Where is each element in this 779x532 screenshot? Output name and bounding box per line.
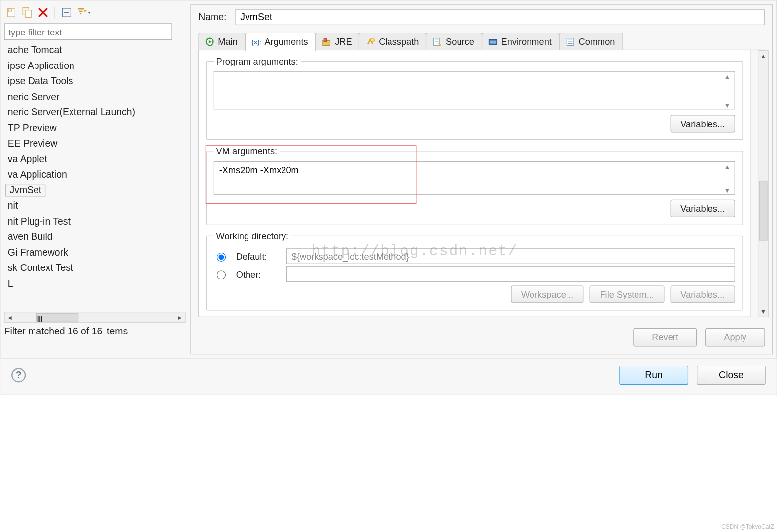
collapse-all-icon[interactable] xyxy=(61,7,72,18)
tree-item[interactable]: TP Preview xyxy=(5,122,186,135)
new-config-icon[interactable] xyxy=(6,7,17,18)
workspace-button[interactable]: Workspace... xyxy=(511,286,583,303)
tab-main[interactable]: Main xyxy=(198,33,245,50)
main-row: ache Tomcat ipse Application ipse Data T… xyxy=(0,0,776,358)
svg-text:(x)=: (x)= xyxy=(251,38,261,45)
filesystem-button[interactable]: File System... xyxy=(590,286,665,303)
tree-item[interactable]: ache Tomcat xyxy=(5,44,186,57)
tree-h-scrollbar[interactable]: ◄ Ⅲ ► xyxy=(4,312,186,323)
default-dir-input[interactable] xyxy=(286,248,735,264)
program-variables-button[interactable]: Variables... xyxy=(671,115,735,132)
apply-button[interactable]: Apply xyxy=(706,328,765,347)
vm-args-label: VM arguments: xyxy=(214,146,280,156)
tree-item-selected[interactable]: JvmSet xyxy=(5,184,46,197)
left-toolbar xyxy=(4,4,186,24)
tab-source[interactable]: Source xyxy=(426,33,482,50)
vm-variables-button[interactable]: Variables... xyxy=(671,200,735,217)
svg-rect-2 xyxy=(25,10,31,18)
environment-tab-icon xyxy=(488,37,497,46)
tab-environment[interactable]: Environment xyxy=(481,33,559,50)
working-dir-label: Working directory: xyxy=(214,231,291,241)
svg-point-9 xyxy=(371,38,375,41)
tree-item[interactable]: va Application xyxy=(5,168,186,181)
default-label: Default: xyxy=(236,251,278,262)
tree-item[interactable]: nit Plug-in Test xyxy=(5,215,186,228)
revert-apply-row: Revert Apply xyxy=(191,323,773,354)
main-tab-icon xyxy=(205,37,214,46)
tree-item[interactable]: ipse Application xyxy=(5,59,186,72)
program-args-group: Program arguments: ▲▼ Variables... xyxy=(206,56,743,140)
vm-args-textarea[interactable] xyxy=(214,161,735,195)
delete-config-icon[interactable] xyxy=(38,7,49,18)
filter-status: Filter matched 16 of 16 items xyxy=(4,326,186,337)
default-dir-row: Default: xyxy=(214,248,735,264)
source-tab-icon xyxy=(432,37,442,46)
wd-variables-button[interactable]: Variables... xyxy=(671,286,735,303)
config-tree[interactable]: ache Tomcat ipse Application ipse Data T… xyxy=(4,44,186,291)
tab-label: Source xyxy=(446,36,474,47)
credit-text: CSDN @TokyoCatZ xyxy=(721,523,774,530)
tab-label: Common xyxy=(579,36,615,47)
tab-common[interactable]: Common xyxy=(559,33,623,50)
tab-content-wrap: Program arguments: ▲▼ Variables... VM ar… xyxy=(191,50,773,323)
tab-bar: Main (x)= Arguments JRE Classpath Source xyxy=(191,31,773,50)
scroll-right-icon[interactable]: ► xyxy=(175,312,185,322)
tab-label: Classpath xyxy=(379,36,419,47)
svg-rect-14 xyxy=(490,40,496,43)
classpath-tab-icon xyxy=(366,37,375,46)
filter-dropdown-icon[interactable] xyxy=(77,7,91,18)
scroll-track[interactable]: Ⅲ xyxy=(15,312,175,322)
jre-tab-icon xyxy=(322,37,331,46)
tab-label: Arguments xyxy=(264,36,308,47)
name-row: Name: xyxy=(191,5,773,31)
tree-item[interactable]: EE Preview xyxy=(5,137,186,150)
tab-jre[interactable]: JRE xyxy=(315,33,359,50)
program-args-label: Program arguments: xyxy=(214,56,301,66)
tree-item[interactable]: ipse Data Tools xyxy=(5,75,186,88)
tree-item[interactable]: nit xyxy=(5,200,186,213)
right-pane: Name: Main (x)= Arguments JRE xyxy=(190,4,773,355)
other-label: Other: xyxy=(236,269,278,279)
tab-label: Environment xyxy=(501,36,552,47)
name-input[interactable] xyxy=(235,9,765,25)
tree-item[interactable]: neric Server xyxy=(5,90,186,103)
default-radio[interactable] xyxy=(217,253,226,262)
tab-label: Main xyxy=(218,36,238,47)
scroll-down-icon[interactable]: ▼ xyxy=(758,306,768,317)
filter-input[interactable] xyxy=(4,23,172,40)
tab-classpath[interactable]: Classpath xyxy=(359,33,426,50)
tab-arguments[interactable]: (x)= Arguments xyxy=(245,33,316,51)
tab-label: JRE xyxy=(335,36,352,47)
working-dir-group: Working directory: Default: Other: xyxy=(206,231,743,311)
arguments-tab-content: Program arguments: ▲▼ Variables... VM ar… xyxy=(198,50,750,317)
arguments-tab-icon: (x)= xyxy=(251,37,261,46)
program-args-textarea[interactable] xyxy=(214,71,735,110)
vm-args-group: VM arguments: ▲▼ Variables... xyxy=(206,146,743,225)
scroll-track[interactable] xyxy=(758,61,768,306)
content-v-scrollbar[interactable]: ▲ ▼ xyxy=(758,50,769,317)
tree-item[interactable]: Gi Framework xyxy=(5,246,186,259)
run-config-dialog: ache Tomcat ipse Application ipse Data T… xyxy=(0,0,777,395)
tree-item[interactable]: neric Server(External Launch) xyxy=(5,106,186,119)
close-button[interactable]: Close xyxy=(697,366,766,385)
other-dir-input[interactable] xyxy=(286,266,735,282)
other-radio[interactable] xyxy=(217,270,226,279)
name-label: Name: xyxy=(198,12,226,23)
left-pane: ache Tomcat ipse Application ipse Data T… xyxy=(4,4,186,355)
scroll-left-icon[interactable]: ◄ xyxy=(5,312,15,322)
tree-item[interactable]: va Applet xyxy=(5,153,186,166)
duplicate-config-icon[interactable] xyxy=(22,7,33,18)
run-button[interactable]: Run xyxy=(619,366,688,385)
tree-item[interactable]: L xyxy=(5,277,186,291)
other-dir-row: Other: xyxy=(214,266,735,282)
dialog-button-bar: ? Run Close xyxy=(0,358,776,395)
scroll-thumb[interactable]: Ⅲ xyxy=(36,313,78,321)
svg-rect-8 xyxy=(324,38,326,41)
revert-button[interactable]: Revert xyxy=(634,328,697,347)
scroll-up-icon[interactable]: ▲ xyxy=(758,51,768,61)
scroll-thumb[interactable] xyxy=(759,181,767,241)
help-icon[interactable]: ? xyxy=(11,368,26,382)
tree-item[interactable]: sk Context Test xyxy=(5,262,186,275)
tree-item[interactable]: aven Build xyxy=(5,231,186,244)
toolbar-separator xyxy=(55,6,55,18)
